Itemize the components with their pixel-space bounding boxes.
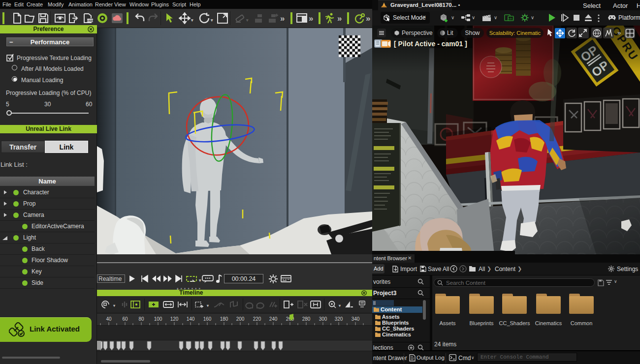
svg-text:320: 320 [335, 316, 343, 322]
svg-text:ABC: ABC [508, 17, 514, 20]
svg-text:100: 100 [154, 316, 162, 322]
svg-text:220: 220 [253, 316, 261, 322]
svg-text:120: 120 [170, 316, 179, 322]
svg-text:240: 240 [269, 316, 278, 322]
svg-text:160: 160 [203, 316, 212, 322]
svg-text:200: 200 [236, 316, 245, 322]
svg-text:USD: USD [87, 19, 94, 22]
svg-text:300: 300 [319, 316, 327, 322]
svg-text:140: 140 [187, 316, 195, 322]
svg-text:40: 40 [106, 316, 112, 322]
svg-text:80: 80 [138, 316, 144, 322]
svg-text:180: 180 [220, 316, 228, 322]
svg-text:60: 60 [122, 316, 128, 322]
svg-text:280: 280 [302, 316, 311, 322]
svg-text:340: 340 [352, 316, 360, 322]
